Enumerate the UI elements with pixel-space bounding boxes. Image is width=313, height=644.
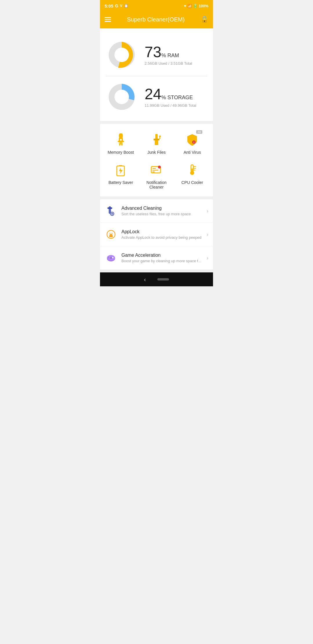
svg-point-3 <box>114 90 129 104</box>
anti-virus-icon-box: AD ! <box>184 132 200 148</box>
advanced-cleaning-text: Advanced Cleaning Sort the useless files… <box>121 206 207 216</box>
grid-item-cpu-cooler[interactable]: CPU Cooler <box>174 159 210 191</box>
cpu-cooler-label: CPU Cooler <box>181 180 203 185</box>
svg-point-43 <box>112 257 114 258</box>
grid-item-memory-boost[interactable]: Memory Boost <box>103 129 139 156</box>
grid-item-junk-files[interactable]: Junk Files <box>139 129 174 156</box>
junk-files-icon-box <box>149 132 164 148</box>
home-indicator[interactable] <box>157 278 169 281</box>
memory-boost-icon-box <box>113 132 129 148</box>
applock-icon <box>105 228 117 241</box>
applock-text: AppLock Activate AppLock to avoid privac… <box>121 229 207 240</box>
svg-rect-45 <box>108 257 110 258</box>
svg-point-1 <box>114 48 129 62</box>
svg-rect-11 <box>154 139 159 140</box>
grid-item-anti-virus[interactable]: AD ! Anti Virus <box>174 129 210 156</box>
status-time: 5:05 G V 📋 <box>105 3 128 8</box>
ram-chart <box>106 39 138 71</box>
grid-container: Memory Boost Junk Files AD <box>103 129 210 191</box>
vpn-icon: V <box>120 4 122 8</box>
list-item-applock[interactable]: AppLock Activate AppLock to avoid privac… <box>100 223 213 246</box>
svg-rect-22 <box>152 171 155 172</box>
svg-point-9 <box>120 139 122 141</box>
feature-grid: Memory Boost Junk Files AD <box>100 124 213 196</box>
ram-unit-label: % RAM <box>161 53 179 58</box>
memory-boost-label: Memory Boost <box>108 150 134 155</box>
applock-arrow: › <box>207 231 208 238</box>
advanced-cleaning-icon <box>105 205 117 217</box>
svg-marker-8 <box>119 143 123 146</box>
svg-rect-21 <box>152 170 158 171</box>
applock-subtitle: Activate AppLock to avoid privacy being … <box>121 235 207 240</box>
ad-badge: AD <box>196 130 202 134</box>
svg-rect-41 <box>110 257 112 259</box>
list-item-game-acceleration[interactable]: Game Acceleration Boost your game by cle… <box>100 246 213 269</box>
svg-rect-20 <box>152 168 156 169</box>
svg-rect-26 <box>192 168 193 173</box>
storage-unit-label: % STORAGE <box>161 95 193 100</box>
back-button[interactable]: ‹ <box>144 276 146 283</box>
lock-icon[interactable]: 🔒 <box>201 16 208 23</box>
cpu-cooler-icon-box <box>184 162 200 178</box>
storage-info: 24% STORAGE 11.99GB Used / 49.96GB Total <box>145 86 207 108</box>
game-acceleration-arrow: › <box>207 255 208 261</box>
feature-list: Advanced Cleaning Sort the useless files… <box>100 199 213 269</box>
storage-percent-display: 24% STORAGE <box>145 86 207 102</box>
game-acceleration-title: Game Acceleration <box>121 253 207 258</box>
svg-rect-10 <box>155 134 158 139</box>
storage-chart <box>106 81 138 113</box>
notification-cleaner-icon-box <box>149 162 164 178</box>
svg-rect-12 <box>155 140 158 145</box>
grid-item-battery-saver[interactable]: Battery Saver <box>103 159 139 191</box>
signal-icon: 📶 <box>187 4 192 8</box>
rocket-icon <box>114 133 127 146</box>
time-display: 5:05 <box>105 3 113 8</box>
applock-title: AppLock <box>121 229 207 234</box>
storage-percent: 24 <box>145 86 161 102</box>
svg-text:!: ! <box>194 141 194 144</box>
svg-rect-18 <box>119 165 122 166</box>
svg-point-23 <box>158 166 161 169</box>
ram-detail: 2.56GB Used / 3.51GB Total <box>145 61 207 66</box>
game-acceleration-subtitle: Boost your game by cleaning up more spac… <box>121 259 207 263</box>
ram-percent: 73 <box>145 44 161 60</box>
svg-point-13 <box>159 135 161 137</box>
advanced-cleaning-subtitle: Sort the useless files, free up more spa… <box>121 212 207 216</box>
thermometer-icon <box>186 164 199 176</box>
junk-files-label: Junk Files <box>147 150 165 155</box>
svg-rect-31 <box>108 207 112 209</box>
advanced-cleaning-title: Advanced Cleaning <box>121 206 207 211</box>
advanced-cleaning-arrow: › <box>207 208 208 214</box>
shield-icon: ! <box>186 133 199 146</box>
app-title: Superb Cleaner(OEM) <box>127 16 185 23</box>
battery-icon-status: 🔋 <box>193 4 198 8</box>
battery-saver-label: Battery Saver <box>108 180 133 185</box>
clipboard-icon: 📋 <box>124 4 128 8</box>
svg-rect-37 <box>109 235 113 237</box>
notification-icon <box>150 164 163 176</box>
battery-percent: 100% <box>199 4 208 8</box>
app-bar: Superb Cleaner(OEM) 🔒 <box>100 12 213 28</box>
status-indicators: ▾ 📶 🔋 100% <box>184 4 208 8</box>
svg-point-38 <box>110 232 112 234</box>
main-content: 73% RAM 2.56GB Used / 3.51GB Total 24% S… <box>100 28 213 121</box>
list-item-advanced-cleaning[interactable]: Advanced Cleaning Sort the useless files… <box>100 199 213 223</box>
anti-virus-label: Anti Virus <box>183 150 201 155</box>
google-icon: G <box>115 3 118 8</box>
nav-bar: ‹ <box>100 272 213 286</box>
hamburger-menu[interactable] <box>105 17 111 22</box>
game-acceleration-icon <box>105 252 117 264</box>
svg-rect-14 <box>159 137 160 139</box>
notification-cleaner-label: Notification Cleaner <box>140 180 173 189</box>
brush-icon <box>150 133 163 146</box>
storage-section: 24% STORAGE 11.99GB Used / 49.96GB Total <box>106 76 207 118</box>
storage-detail: 11.99GB Used / 49.96GB Total <box>145 103 207 108</box>
grid-item-notification-cleaner[interactable]: Notification Cleaner <box>139 159 174 191</box>
ram-info: 73% RAM 2.56GB Used / 3.51GB Total <box>145 44 207 66</box>
wifi-icon: ▾ <box>184 4 186 8</box>
game-acceleration-text: Game Acceleration Boost your game by cle… <box>121 253 207 263</box>
battery-saver-icon <box>114 164 127 176</box>
ram-percent-display: 73% RAM <box>145 44 207 59</box>
status-bar: 5:05 G V 📋 ▾ 📶 🔋 100% <box>100 0 213 12</box>
battery-saver-icon-box <box>113 162 129 178</box>
